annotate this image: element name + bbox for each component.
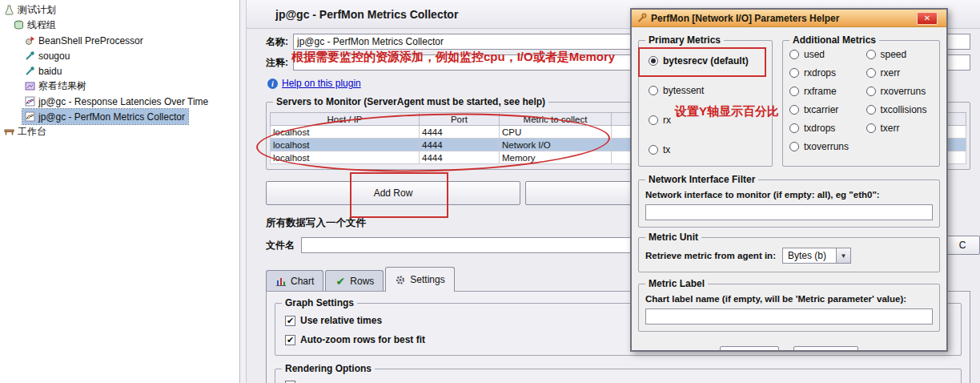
http-request-icon [24, 50, 35, 62]
radio-icon[interactable] [789, 123, 799, 133]
tree-item-sougou[interactable]: sougou [22, 48, 73, 63]
tree-item-baidu[interactable]: baidu [22, 63, 65, 79]
comment-label: 注释: [266, 56, 288, 70]
primary-metrics-group: Primary Metrics bytesrecv (default) byte… [638, 40, 773, 167]
cell-port[interactable]: 4444 [420, 126, 500, 139]
radio-option-used[interactable]: used [789, 49, 862, 60]
cancel-button[interactable]: ✘ Cancel [793, 346, 858, 352]
info-icon: i [267, 79, 278, 89]
graph-settings-title: Graph Settings [282, 297, 357, 308]
metric-unit-dropdown[interactable]: Bytes (b) ▼ [782, 248, 851, 264]
beanshell-icon [24, 35, 35, 46]
tree-item-workbench[interactable]: 工作台 [2, 124, 50, 139]
radio-option-bytessent[interactable]: bytessent [649, 85, 769, 96]
radio-icon[interactable] [649, 145, 658, 155]
rendering-options-title: Rendering Options [282, 363, 375, 374]
radio-icon[interactable] [866, 123, 876, 133]
tree-item-label: 线程组 [27, 18, 56, 32]
radio-option-rxdrops[interactable]: rxdrops [789, 67, 862, 79]
http-request-icon [24, 66, 35, 77]
radio-label: bytessent [663, 85, 704, 96]
cell-metric[interactable]: CPU [500, 126, 612, 139]
radio-label: txdrops [804, 123, 835, 134]
radio-option-rxerr[interactable]: rxerr [866, 67, 938, 79]
tree-item-beanshell-preprocessor[interactable]: BeanShell PreProcessor [22, 33, 147, 48]
radio-icon[interactable] [649, 115, 658, 125]
radio-option-rxoverruns[interactable]: rxoverruns [866, 86, 938, 97]
test-plan-tree: 测试计划 线程组 BeanShell PreProcessor sougou b… [0, 0, 240, 383]
tree-item-perfmon-collector[interactable]: jp@gc - PerfMon Metrics Collector [22, 109, 188, 124]
primary-metrics-title: Primary Metrics [645, 34, 724, 46]
network-interface-filter-group: Network Interface Filter Network interfa… [638, 179, 940, 228]
cell-metric[interactable]: Memory [500, 151, 612, 164]
radio-option-tx[interactable]: tx [649, 144, 769, 155]
radio-icon[interactable] [789, 50, 799, 59]
dialog-titlebar[interactable]: PerfMon [Network I/O] Parameters Helper … [632, 10, 946, 27]
cell-port[interactable]: 4444 [420, 151, 500, 164]
radio-option-txcollisions[interactable]: txcollisions [866, 104, 938, 115]
network-interface-input[interactable] [645, 204, 933, 220]
metric-unit-label: Retrieve metric from agent in: [645, 251, 776, 260]
chevron-down-icon[interactable]: ▼ [836, 248, 850, 263]
cell-host[interactable]: localhost [271, 151, 420, 164]
radio-icon[interactable] [649, 86, 658, 95]
page-title: jp@gc - PerfMon Metrics Collector [275, 8, 458, 21]
chart-label-input[interactable] [645, 308, 933, 325]
tab-settings[interactable]: Settings [385, 267, 454, 292]
perfmon-parameters-dialog: PerfMon [Network I/O] Parameters Helper … [630, 8, 948, 352]
radio-option-rxframe[interactable]: rxframe [789, 86, 862, 97]
rows-tab-check-icon: ✔ [335, 276, 346, 287]
network-filter-label: Network interface to monitor (if empty: … [645, 190, 933, 200]
close-icon[interactable]: ✕ [917, 12, 938, 25]
tree-item-view-results-tree[interactable]: 察看结果树 [22, 79, 90, 94]
radio-option-txdrops[interactable]: txdrops [789, 123, 862, 134]
radio-option-rx[interactable]: rx [649, 115, 769, 126]
cell-metric[interactable]: Network I/O [500, 139, 612, 151]
cancel-label: Cancel [817, 351, 847, 352]
radio-icon[interactable] [649, 56, 658, 66]
partial-button-c[interactable]: C [945, 236, 980, 255]
radio-option-speed[interactable]: speed [866, 49, 938, 60]
add-row-button[interactable]: Add Row [266, 181, 520, 205]
wrench-icon [636, 13, 647, 24]
view-results-tree-icon [24, 81, 35, 92]
tree-item-label: 工作台 [18, 125, 46, 139]
cell-host[interactable]: localhost [271, 126, 420, 139]
use-relative-times-checkbox[interactable]: ✔ [285, 316, 295, 326]
test-plan-icon [3, 5, 14, 16]
apply-button[interactable]: ✔ Apply [720, 346, 779, 352]
radio-icon[interactable] [789, 87, 799, 96]
tree-item-test-plan[interactable]: 测试计划 [2, 2, 59, 18]
radio-option-txcarrier[interactable]: txcarrier [789, 104, 862, 115]
tree-splitter[interactable] [240, 0, 247, 383]
radio-icon[interactable] [789, 105, 799, 115]
radio-icon[interactable] [866, 68, 876, 78]
cell-host[interactable]: localhost [271, 139, 420, 151]
radio-label: txcarrier [804, 104, 838, 115]
additional-metrics-group: Additional Metrics used rxdrops rxframe … [782, 40, 940, 167]
cell-port[interactable]: 4444 [420, 139, 500, 151]
radio-label: rxframe [804, 86, 837, 97]
radio-icon[interactable] [866, 105, 876, 115]
auto-zoom-checkbox[interactable]: ✔ [285, 335, 295, 345]
radio-option-txoverruns[interactable]: txoverruns [789, 141, 862, 152]
rendering-options-group: Rendering Options ✔ [275, 369, 962, 383]
radio-icon[interactable] [789, 68, 799, 78]
help-link[interactable]: Help on this plugin [282, 78, 361, 89]
radio-option-txerr[interactable]: txerr [866, 123, 938, 134]
radio-icon[interactable] [866, 87, 876, 96]
tree-item-thread-group[interactable]: 线程组 [11, 18, 59, 33]
workbench-icon [3, 127, 14, 138]
tree-item-label: sougou [38, 50, 70, 62]
tab-rows[interactable]: ✔ Rows [325, 270, 384, 291]
radio-option-bytesrecv[interactable]: bytesrecv (default) [649, 55, 769, 67]
tree-item-response-latencies[interactable]: jp@gc - Response Latencies Over Time [22, 94, 211, 109]
metric-unit-group: Metric Unit Retrieve metric from agent i… [638, 237, 940, 272]
cancel-cross-icon: ✘ [805, 351, 813, 352]
chart-listener-icon [24, 111, 35, 123]
radio-icon[interactable] [789, 142, 799, 151]
radio-label: bytesrecv (default) [663, 55, 749, 67]
chart-tab-icon [275, 276, 287, 287]
tab-chart[interactable]: Chart [266, 270, 323, 291]
radio-icon[interactable] [866, 50, 876, 59]
